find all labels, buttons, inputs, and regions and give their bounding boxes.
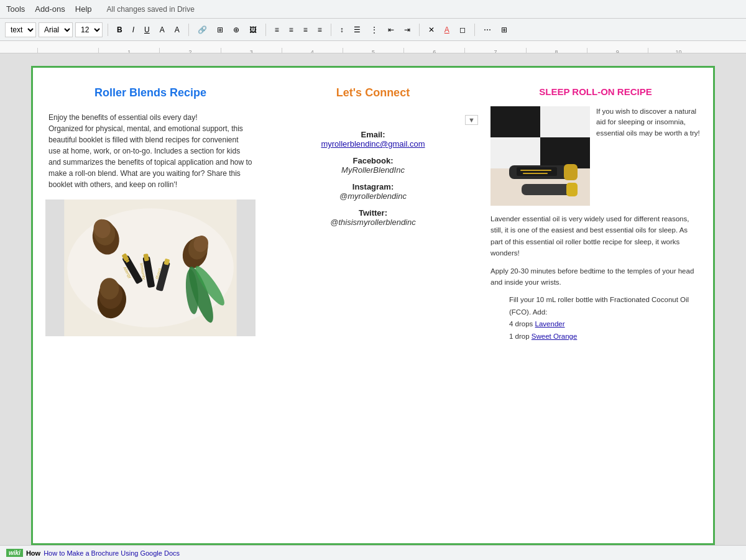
divider-4 — [331, 24, 331, 36]
col1-product-svg: Allergy Immunity Energy — [45, 200, 256, 336]
doc-page[interactable]: Roller Blends Recipe Enjoy the benefits … — [31, 66, 715, 545]
highlight-color-button[interactable]: ◻ — [456, 22, 469, 37]
align-center-button[interactable]: ≡ — [285, 22, 297, 37]
font-select[interactable]: Arial — [39, 22, 73, 37]
col2-twitter-label: Twitter: — [268, 208, 478, 218]
col3-sleep-svg — [490, 106, 590, 206]
col3-drops1: 4 drops Lavender — [509, 318, 701, 331]
italic-button[interactable]: I — [129, 22, 138, 37]
col1-title: Roller Blends Recipe — [45, 86, 256, 99]
svg-rect-28 — [540, 106, 590, 137]
col2-email-link[interactable]: myrollerblendinc@gmail.com — [321, 139, 425, 149]
col2-content: ▼ Email: myrollerblendinc@gmail.com Face… — [268, 115, 478, 227]
col2-email-section: Email: myrollerblendinc@gmail.com — [268, 130, 478, 149]
wikihow-logo: wiki — [6, 549, 23, 557]
svg-rect-30 — [540, 137, 590, 168]
divider-1 — [108, 24, 108, 36]
wikihow-link[interactable]: How to Make a Brochure Using Google Docs — [44, 549, 180, 557]
insert-image-button[interactable]: ⊞ — [213, 22, 227, 37]
col3-apply-text: Apply 20-30 minutes before bedtime to th… — [490, 265, 701, 288]
ruler-mark-5: 5 — [343, 48, 403, 53]
svg-rect-34 — [520, 170, 551, 171]
svg-rect-37 — [566, 183, 578, 196]
col2-instagram-value: @myrollerblendinc — [268, 191, 478, 201]
decrease-indent-button[interactable]: ⇤ — [384, 22, 398, 37]
column-2: Let's Connect ▼ Email: myrollerblendinc@… — [268, 86, 478, 525]
svg-rect-36 — [522, 184, 571, 195]
wikihow-bar: wiki How How to Make a Brochure Using Go… — [0, 545, 746, 558]
image-button[interactable]: 🖼 — [246, 22, 260, 37]
font-group: Arial — [39, 22, 73, 37]
table-button[interactable]: ⊞ — [497, 22, 511, 37]
col3-lavender-link[interactable]: Lavender — [535, 320, 565, 328]
text-color-button[interactable]: A — [441, 22, 453, 37]
col3-recipe-section: Fill your 10 mL roller bottle with Fract… — [509, 294, 701, 342]
svg-rect-35 — [523, 173, 548, 174]
numbered-list-button[interactable]: ☰ — [350, 22, 364, 37]
ruler: 1 2 3 4 5 6 7 8 9 10 — [0, 41, 746, 53]
align-left-button[interactable]: ≡ — [271, 22, 283, 37]
col2-email-label: Email: — [268, 130, 478, 139]
ruler-mark-2: 2 — [159, 48, 220, 53]
col3-sweet-orange-link[interactable]: Sweet Orange — [532, 333, 578, 340]
font-size-group: 12 — [75, 22, 103, 37]
link-button[interactable]: 🔗 — [194, 22, 211, 37]
strikethrough-button[interactable]: A — [156, 22, 168, 37]
svg-rect-33 — [517, 167, 557, 176]
ruler-mark-7: 7 — [464, 48, 525, 53]
wikihow-how-text: How — [26, 549, 40, 557]
increase-indent-button[interactable]: ⇥ — [400, 22, 414, 37]
col2-facebook-section: Facebook: MyRollerBlendInc — [268, 156, 478, 175]
menu-addons[interactable]: Add-ons — [35, 4, 65, 14]
clear-format-button[interactable]: ✕ — [425, 22, 438, 37]
col2-instagram-section: Instagram: @myrollerblendinc — [268, 182, 478, 201]
ruler-mark-4: 4 — [282, 48, 343, 53]
ruler-mark-0 — [37, 48, 98, 53]
doc-columns: Roller Blends Recipe Enjoy the benefits … — [45, 86, 701, 525]
highlight-button[interactable]: A — [171, 22, 183, 37]
insert-button[interactable]: ⊕ — [229, 22, 243, 37]
col1-product-image: Allergy Immunity Energy — [45, 200, 256, 336]
col3-fill-text: Fill your 10 mL roller bottle with Fract… — [509, 294, 701, 318]
text-style-select[interactable]: text — [5, 22, 36, 37]
col2-instagram-label: Instagram: — [268, 182, 478, 191]
col2-facebook-value: MyRollerBlendInc — [268, 165, 478, 175]
col3-title: SLEEP ROLL-ON RECIPE — [490, 86, 701, 97]
divider-5 — [419, 24, 420, 36]
svg-rect-27 — [490, 106, 540, 137]
save-status: All changes saved in Drive — [107, 5, 195, 14]
ruler-mark-10: 10 — [648, 48, 709, 53]
col3-drops2: 1 drop Sweet Orange — [509, 331, 701, 343]
menu-tools[interactable]: Tools — [6, 4, 25, 14]
col2-facebook-label: Facebook: — [268, 156, 478, 165]
divider-2 — [188, 24, 189, 36]
align-right-button[interactable]: ≡ — [300, 22, 311, 37]
bullet-list-button[interactable]: ⋮ — [367, 22, 382, 37]
underline-button[interactable]: U — [140, 22, 154, 37]
col2-title: Let's Connect — [268, 86, 478, 99]
svg-rect-32 — [564, 164, 578, 180]
line-spacing-button[interactable]: ↕ — [336, 22, 348, 37]
col3-top-section: If you wish to discover a natural aid fo… — [490, 106, 701, 206]
main-area: Roller Blends Recipe Enjoy the benefits … — [0, 53, 746, 558]
col3-lavender-text: Lavender essential oil is very widely us… — [490, 213, 701, 259]
column-3: SLEEP ROLL-ON RECIPE — [490, 86, 701, 525]
col2-twitter-value: @thisismyrollerblendinc — [268, 218, 478, 227]
bold-button[interactable]: B — [113, 22, 126, 37]
column-1: Roller Blends Recipe Enjoy the benefits … — [45, 86, 256, 525]
ruler-inner: 1 2 3 4 5 6 7 8 9 10 — [0, 41, 746, 53]
ruler-mark-6: 6 — [403, 48, 464, 53]
align-justify-button[interactable]: ≡ — [314, 22, 326, 37]
toolbar: text Arial 12 B I U A A 🔗 ⊞ ⊕ 🖼 ≡ ≡ ≡ ≡ … — [0, 19, 746, 41]
col3-sleep-image — [490, 106, 590, 206]
ruler-mark-9: 9 — [587, 48, 648, 53]
text-style-group: text — [5, 22, 36, 37]
col2-twitter-section: Twitter: @thisismyrollerblendinc — [268, 208, 478, 227]
scroll-indicator: ▼ — [465, 115, 478, 125]
ruler-mark-3: 3 — [221, 48, 282, 53]
menu-help[interactable]: Help — [75, 4, 92, 14]
col3-intro-text: If you wish to discover a natural aid fo… — [596, 106, 701, 206]
more-options-button[interactable]: ⋯ — [480, 22, 495, 37]
font-size-select[interactable]: 12 — [75, 22, 103, 37]
text-color-icon: A — [444, 25, 449, 34]
